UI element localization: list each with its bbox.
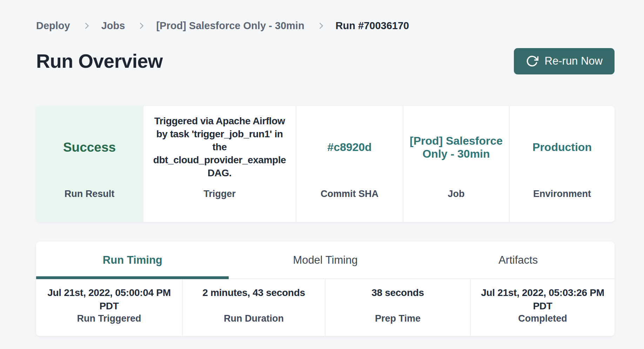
run-result-value: Success [36, 106, 143, 189]
job-value-wrap: [Prod] Salesforce Only - 30min [403, 106, 509, 189]
job-card: [Prod] Salesforce Only - 30min Job [403, 106, 509, 222]
run-overview-page: Deploy Jobs [Prod] Salesforce Only - 30m… [36, 0, 615, 336]
rotate-cw-icon [526, 55, 538, 67]
chevron-right-icon [82, 22, 89, 29]
breadcrumb-item-current-run: Run #70036170 [336, 20, 409, 32]
rerun-now-label: Re-run Now [545, 55, 603, 67]
commit-sha-link[interactable]: #c8920d [327, 141, 371, 154]
commit-sha-value-wrap: #c8920d [296, 106, 403, 189]
breadcrumb-item-deploy[interactable]: Deploy [36, 20, 70, 32]
breadcrumb-item-job-name[interactable]: [Prod] Salesforce Only - 30min [156, 20, 304, 32]
prep-time-value: 38 seconds [326, 286, 470, 313]
completed-cell: Jul 21st, 2022, 05:03:26 PM PDT Complete… [470, 279, 615, 336]
trigger-label: Trigger [203, 189, 236, 222]
trigger-value: Triggered via Apache Airflow by task 'tr… [143, 106, 296, 189]
chevron-right-icon [137, 22, 144, 29]
run-timing-content: Jul 21st, 2022, 05:00:04 PM PDT Run Trig… [36, 279, 615, 336]
job-link[interactable]: [Prod] Salesforce Only - 30min [409, 134, 503, 160]
environment-value-wrap: Production [510, 106, 615, 189]
tab-bar: Run Timing Model Timing Artifacts [36, 242, 615, 279]
page-title: Run Overview [36, 50, 163, 72]
commit-sha-card: #c8920d Commit SHA [296, 106, 403, 222]
run-triggered-label: Run Triggered [77, 313, 141, 324]
run-summary-cards: Success Run Result Triggered via Apache … [36, 106, 615, 222]
job-label: Job [448, 189, 464, 222]
tab-artifacts[interactable]: Artifacts [422, 242, 615, 278]
breadcrumb-item-jobs[interactable]: Jobs [101, 20, 125, 32]
prep-time-cell: 38 seconds Prep Time [325, 279, 470, 336]
environment-link[interactable]: Production [532, 141, 592, 154]
prep-time-label: Prep Time [375, 313, 421, 324]
chevron-right-icon [317, 22, 323, 29]
commit-sha-label: Commit SHA [321, 189, 378, 222]
run-duration-cell: 2 minutes, 43 seconds Run Duration [182, 279, 325, 336]
run-result-card: Success Run Result [36, 106, 143, 222]
run-details-panel: Run Timing Model Timing Artifacts Jul 21… [36, 242, 615, 336]
tab-run-timing[interactable]: Run Timing [36, 242, 229, 278]
environment-label: Environment [533, 189, 591, 222]
page-header: Run Overview Re-run Now [36, 46, 615, 76]
completed-label: Completed [518, 313, 567, 324]
environment-card: Production Environment [509, 106, 615, 222]
trigger-card: Triggered via Apache Airflow by task 'tr… [143, 106, 296, 222]
run-triggered-cell: Jul 21st, 2022, 05:00:04 PM PDT Run Trig… [36, 279, 182, 336]
run-triggered-value: Jul 21st, 2022, 05:00:04 PM PDT [36, 286, 182, 313]
active-tab-underline [36, 276, 229, 279]
run-result-label: Run Result [65, 189, 115, 222]
breadcrumb: Deploy Jobs [Prod] Salesforce Only - 30m… [36, 19, 615, 32]
completed-value: Jul 21st, 2022, 05:03:26 PM PDT [471, 286, 615, 313]
run-duration-value: 2 minutes, 43 seconds [183, 286, 325, 313]
tab-model-timing[interactable]: Model Timing [229, 242, 422, 278]
run-duration-label: Run Duration [224, 313, 284, 324]
rerun-now-button[interactable]: Re-run Now [514, 48, 615, 74]
